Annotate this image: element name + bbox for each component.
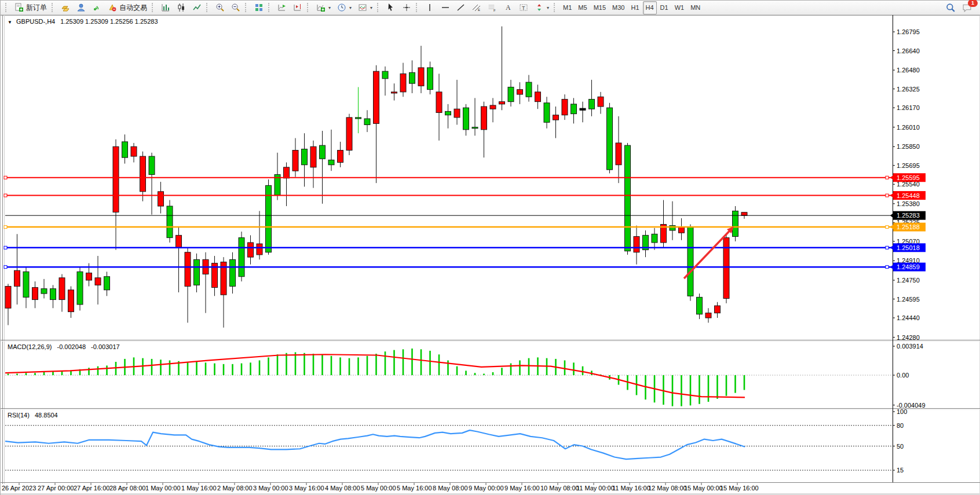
line-handle[interactable] <box>886 246 888 249</box>
line-handle[interactable] <box>4 246 7 249</box>
time-tick-label: 12 May 08:00 <box>648 485 687 492</box>
chart-bars-button[interactable] <box>158 1 173 14</box>
chevron-down-icon[interactable]: ▾ <box>370 5 372 10</box>
cursor-button[interactable] <box>383 1 398 14</box>
timeframe-d1-button[interactable]: D1 <box>657 1 671 14</box>
community-button[interactable] <box>74 1 89 14</box>
timeframe-w1-button[interactable]: W1 <box>672 1 688 14</box>
candle <box>266 179 272 255</box>
rsi-tick-label: 80 <box>897 422 904 429</box>
crosshair-icon <box>402 3 411 12</box>
line-handle[interactable] <box>886 266 888 269</box>
time-tick-label: 3 May 16:00 <box>289 485 324 492</box>
text-button[interactable]: A <box>500 1 515 14</box>
zoom-out-button[interactable] <box>228 1 243 14</box>
price-tick-label: 1.26170 <box>897 104 920 111</box>
toolbar-grip[interactable] <box>554 3 557 12</box>
time-tick-label: 5 May 16:00 <box>397 485 432 492</box>
timeframe-h1-button[interactable]: H1 <box>628 1 642 14</box>
horizontal-line-icon <box>441 3 450 12</box>
text-label-button[interactable]: T <box>516 1 531 14</box>
toolbar-grip[interactable] <box>206 3 210 12</box>
price-tick-label: 1.25850 <box>897 143 920 150</box>
macd-tick-label: 0.00 <box>897 372 909 379</box>
autotrade-button[interactable]: 自动交易 <box>105 1 150 14</box>
fibonacci-button[interactable]: F <box>485 1 500 14</box>
candle <box>733 206 738 241</box>
vertical-line-button[interactable] <box>422 1 437 14</box>
line-handle[interactable] <box>4 266 7 269</box>
price-badge-label: 1.25448 <box>897 192 920 199</box>
time-tick-label: 27 Apr 16:00 <box>74 485 109 492</box>
time-tick-label: 1 May 00:00 <box>145 485 181 492</box>
autotrade-label: 自动交易 <box>119 3 147 13</box>
search-icon <box>946 3 956 13</box>
timeframe-m30-button[interactable]: M30 <box>609 1 627 14</box>
new-chart-icon <box>316 3 326 12</box>
mt4-window: 新订单自动交易▾▾▾EFAT▾M1M5M15M30H1H4D1W1MN1 1.2… <box>0 0 980 495</box>
signal-button[interactable] <box>89 1 104 14</box>
label-icon: T <box>519 3 528 12</box>
horizontal-line-button[interactable] <box>438 1 453 14</box>
price-tick-label: 1.26640 <box>897 47 920 54</box>
price-badge-label: 1.25595 <box>897 174 920 181</box>
chart-shift-button[interactable] <box>290 1 305 14</box>
chart-line-button[interactable] <box>189 1 204 14</box>
time-axis[interactable]: 26 Apr 202327 Apr 00:0027 Apr 16:0028 Ap… <box>2 483 759 492</box>
bar-chart-icon <box>161 3 170 12</box>
toolbar-grip[interactable] <box>245 3 248 12</box>
line-handle[interactable] <box>886 194 888 197</box>
search-button[interactable] <box>943 1 959 14</box>
toolbar-grip[interactable] <box>307 3 310 12</box>
time-tick-label: 5 May 00:00 <box>361 485 396 492</box>
zoom-in-button[interactable] <box>213 1 228 14</box>
line-handle[interactable] <box>4 194 7 197</box>
chat-button[interactable]: 1 <box>959 1 975 14</box>
toolbar-grip[interactable] <box>152 3 155 12</box>
chart-canvas[interactable]: 1.267951.266401.264801.263251.261701.260… <box>1 15 980 495</box>
main-toolbar: 新订单自动交易▾▾▾EFAT▾M1M5M15M30H1H4D1W1MN1 <box>1 1 980 15</box>
auto-scroll-icon <box>277 3 287 12</box>
candle <box>77 267 83 311</box>
timeframe-mn-button[interactable]: MN <box>688 1 703 14</box>
equidistant-channel-button[interactable]: E <box>469 1 484 14</box>
periods-button[interactable]: ▾ <box>334 1 354 14</box>
toolbar-grip[interactable] <box>52 3 55 12</box>
price-tick-label: 1.24595 <box>897 296 920 303</box>
arrows-button[interactable]: ▾ <box>532 1 552 14</box>
time-tick-label: 9 May 00:00 <box>469 485 504 492</box>
timeframe-m5-button[interactable]: M5 <box>575 1 590 14</box>
timeframe-m15-button[interactable]: M15 <box>591 1 609 14</box>
svg-text:A: A <box>506 3 511 12</box>
line-handle[interactable] <box>886 176 888 179</box>
tile-windows-button[interactable] <box>251 1 266 14</box>
new-order-button[interactable]: 新订单 <box>12 1 50 14</box>
toolbar-grip[interactable] <box>416 3 419 12</box>
chart-window[interactable]: 1.267951.266401.264801.263251.261701.260… <box>1 15 980 495</box>
chevron-down-icon[interactable]: ▾ <box>328 5 331 10</box>
toolbar-grip[interactable] <box>377 3 381 12</box>
clock-icon <box>337 3 346 12</box>
text-icon: A <box>503 3 513 12</box>
new-chart-button[interactable]: ▾ <box>313 1 334 14</box>
chevron-down-icon[interactable]: ▾ <box>547 5 549 10</box>
chevron-down-icon[interactable]: ▾ <box>349 5 352 10</box>
timeframe-h4-button[interactable]: H4 <box>643 1 657 14</box>
crosshair-button[interactable] <box>399 1 414 14</box>
timeframe-m1-button[interactable]: M1 <box>560 1 575 14</box>
cursor-icon <box>386 3 396 12</box>
new-order-label: 新订单 <box>26 3 47 13</box>
time-tick-label: 11 May 16:00 <box>612 485 650 492</box>
auto-scroll-button[interactable] <box>275 1 290 14</box>
time-tick-label: 3 May 00:00 <box>253 485 288 492</box>
trendline-button[interactable] <box>454 1 469 14</box>
candle <box>688 225 693 301</box>
line-handle[interactable] <box>4 226 7 229</box>
line-handle[interactable] <box>4 176 7 179</box>
gold-button[interactable] <box>58 1 73 14</box>
toolbar-grip[interactable] <box>268 3 272 12</box>
chart-candles-button[interactable] <box>174 1 189 14</box>
toolbar-grip[interactable] <box>5 3 9 12</box>
templates-button[interactable]: ▾ <box>355 1 375 14</box>
line-handle[interactable] <box>886 226 888 229</box>
